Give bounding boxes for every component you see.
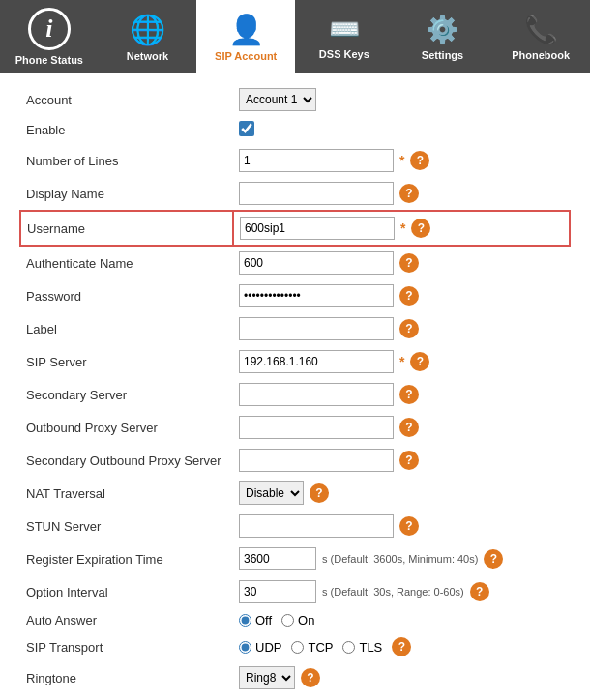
option-interval-input[interactable]	[239, 580, 316, 603]
sip-transport-udp-radio[interactable]	[239, 641, 251, 654]
sip-transport-help[interactable]: ?	[392, 637, 411, 656]
sip-server-help[interactable]: ?	[410, 352, 429, 371]
label-help[interactable]: ?	[399, 319, 419, 338]
nav-bar: i Phone Status 🌐 Network 👤 SIP Account ⌨…	[0, 0, 590, 73]
display-name-label: Display Name	[20, 177, 233, 211]
ringtone-label: Ringtone	[20, 661, 233, 694]
auto-answer-on-label[interactable]: On	[281, 613, 314, 627]
auto-answer-off-label[interactable]: Off	[239, 613, 272, 627]
stun-server-help[interactable]: ?	[399, 516, 419, 536]
password-help[interactable]: ?	[399, 286, 419, 306]
enable-field-cell	[233, 116, 570, 144]
label-label: Label	[20, 312, 233, 345]
outbound-proxy-help[interactable]: ?	[399, 418, 419, 437]
phonebook-icon: 📞	[524, 14, 558, 45]
register-expiration-label: Register Expiration Time	[20, 542, 233, 575]
auto-answer-row: Auto Answer Off On	[20, 608, 570, 632]
label-input[interactable]	[239, 317, 394, 340]
nat-traversal-row: NAT Traversal Disable Enable ?	[20, 477, 570, 510]
register-expiration-row: Register Expiration Time s (Default: 360…	[20, 542, 570, 575]
authenticate-name-input[interactable]	[239, 251, 394, 275]
stun-server-label: STUN Server	[20, 510, 233, 542]
dss-keys-icon: ⌨️	[329, 15, 360, 44]
sip-transport-cell: UDP TCP TLS ?	[233, 632, 570, 661]
register-expiration-help[interactable]: ?	[484, 549, 503, 569]
option-interval-row: Option Interval s (Default: 30s, Range: …	[20, 575, 570, 608]
label-row: Label ?	[20, 312, 570, 345]
number-of-lines-help[interactable]: ?	[410, 151, 429, 170]
stun-server-cell: ?	[233, 510, 570, 542]
sip-server-cell: * ?	[233, 345, 570, 378]
authenticate-name-label: Authenticate Name	[20, 246, 233, 279]
sip-server-input[interactable]	[239, 350, 394, 373]
stun-server-input[interactable]	[239, 514, 394, 538]
nav-item-phone-status[interactable]: i Phone Status	[0, 0, 99, 73]
secondary-outbound-help[interactable]: ?	[399, 451, 419, 470]
username-row: Username * ?	[20, 211, 570, 246]
sip-transport-udp-text: UDP	[255, 640, 281, 655]
nat-traversal-help[interactable]: ?	[310, 483, 329, 503]
secondary-outbound-label: Secondary Outbound Proxy Server	[20, 444, 233, 477]
sip-transport-tcp-radio[interactable]	[291, 641, 304, 654]
auto-answer-label: Auto Answer	[20, 608, 233, 632]
number-of-lines-label: Number of Lines	[20, 144, 233, 177]
nav-item-dss-keys[interactable]: ⌨️ DSS Keys	[295, 0, 394, 73]
form-table: Account Account 1 Account 2 Account 3 En…	[19, 83, 571, 694]
stun-server-row: STUN Server ?	[20, 510, 570, 542]
auto-answer-off-radio[interactable]	[239, 614, 251, 627]
auto-answer-on-radio[interactable]	[281, 614, 294, 627]
nav-item-sip-account[interactable]: 👤 SIP Account	[196, 0, 295, 73]
nat-traversal-label: NAT Traversal	[20, 477, 233, 510]
nav-item-settings[interactable]: ⚙️ Settings	[394, 0, 492, 73]
option-interval-help[interactable]: ?	[470, 582, 489, 601]
account-row: Account Account 1 Account 2 Account 3	[20, 83, 570, 116]
nav-label-settings: Settings	[422, 49, 463, 61]
nat-traversal-select[interactable]: Disable Enable	[239, 481, 304, 505]
sip-server-required: *	[399, 354, 404, 369]
sip-transport-tls-label[interactable]: TLS	[342, 640, 382, 655]
sip-transport-udp-label[interactable]: UDP	[239, 640, 281, 655]
password-row: Password ?	[20, 279, 570, 312]
display-name-help[interactable]: ?	[399, 184, 419, 203]
username-help[interactable]: ?	[411, 219, 430, 238]
authenticate-name-help[interactable]: ?	[399, 253, 419, 273]
auto-answer-off-text: Off	[255, 613, 272, 627]
number-of-lines-cell: * ?	[233, 144, 570, 177]
ringtone-select[interactable]: Ring1 Ring2 Ring3 Ring4 Ring5 Ring6 Ring…	[239, 666, 295, 689]
password-input[interactable]	[239, 284, 394, 307]
sip-transport-tls-text: TLS	[359, 640, 382, 655]
option-interval-label: Option Interval	[20, 575, 233, 608]
sip-transport-tls-radio[interactable]	[342, 641, 355, 654]
enable-checkbox[interactable]	[239, 121, 254, 136]
secondary-server-help[interactable]: ?	[399, 385, 419, 404]
secondary-server-cell: ?	[233, 378, 570, 411]
submit-area: Submit	[19, 694, 571, 700]
ringtone-help[interactable]: ?	[301, 668, 320, 687]
sip-transport-tcp-label[interactable]: TCP	[291, 640, 333, 655]
nat-traversal-cell: Disable Enable ?	[233, 477, 570, 510]
secondary-server-row: Secondary Server ?	[20, 378, 570, 411]
sip-server-label: SIP Server	[20, 345, 233, 378]
outbound-proxy-row: Outbound Proxy Server ?	[20, 411, 570, 444]
username-input[interactable]	[240, 217, 395, 240]
outbound-proxy-label: Outbound Proxy Server	[20, 411, 233, 444]
display-name-input[interactable]	[239, 182, 394, 205]
outbound-proxy-input[interactable]	[239, 416, 394, 439]
secondary-server-input[interactable]	[239, 383, 394, 406]
secondary-outbound-input[interactable]	[239, 449, 394, 472]
option-interval-hint: s (Default: 30s, Range: 0-60s)	[322, 586, 464, 598]
enable-row: Enable	[20, 116, 570, 144]
nav-item-network[interactable]: 🌐 Network	[99, 0, 197, 73]
secondary-server-label: Secondary Server	[20, 378, 233, 411]
authenticate-name-cell: ?	[233, 246, 570, 279]
account-select[interactable]: Account 1 Account 2 Account 3	[239, 88, 316, 111]
auto-answer-on-text: On	[298, 613, 314, 627]
phone-status-icon: i	[28, 8, 71, 50]
register-expiration-cell: s (Default: 3600s, Minimum: 40s) ?	[233, 542, 570, 575]
number-of-lines-input[interactable]	[239, 149, 394, 172]
sip-server-row: SIP Server * ?	[20, 345, 570, 378]
nav-item-phonebook[interactable]: 📞 Phonebook	[491, 0, 590, 73]
number-of-lines-row: Number of Lines * ?	[20, 144, 570, 177]
register-expiration-input[interactable]	[239, 547, 316, 570]
enable-label: Enable	[20, 116, 233, 144]
